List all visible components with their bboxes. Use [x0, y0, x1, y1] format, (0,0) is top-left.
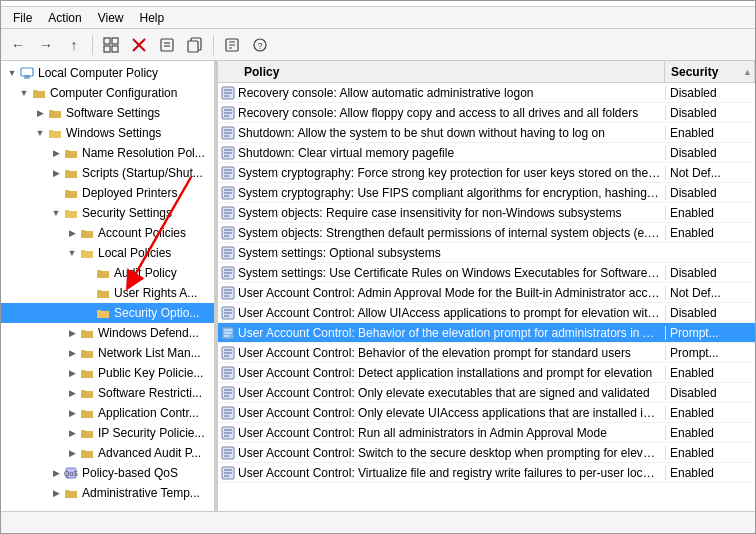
- public-key-expander[interactable]: ▶: [65, 366, 79, 380]
- security-options-expander[interactable]: [81, 306, 95, 320]
- tree-local-policies[interactable]: ▼ Local Policies: [1, 243, 214, 263]
- network-list-expander[interactable]: ▶: [65, 346, 79, 360]
- folder-security-icon: [63, 205, 79, 221]
- tree-windows-settings[interactable]: ▼ Windows Settings: [1, 123, 214, 143]
- show-hide-button[interactable]: [98, 33, 124, 57]
- tree-public-key[interactable]: ▶ Public Key Policie...: [1, 363, 214, 383]
- tree-admin-templates[interactable]: ▶ Administrative Temp...: [1, 483, 214, 503]
- list-row[interactable]: User Account Control: Only elevate UIAcc…: [218, 403, 755, 423]
- deployed-printers-label: Deployed Printers: [82, 184, 177, 202]
- scripts-expander[interactable]: ▶: [49, 166, 63, 180]
- user-rights-expander[interactable]: [81, 286, 95, 300]
- tree-software-restrict[interactable]: ▶ Software Restricti...: [1, 383, 214, 403]
- list-row[interactable]: User Account Control: Only elevate execu…: [218, 383, 755, 403]
- folder-local-icon: [79, 245, 95, 261]
- list-row[interactable]: System objects: Strengthen default permi…: [218, 223, 755, 243]
- policy-name: Recovery console: Allow automatic admini…: [238, 86, 665, 100]
- list-row[interactable]: System cryptography: Use FIPS compliant …: [218, 183, 755, 203]
- policy-name: User Account Control: Run all administra…: [238, 426, 665, 440]
- tree-windows-defender[interactable]: ▶ Windows Defend...: [1, 323, 214, 343]
- list-row[interactable]: User Account Control: Detect application…: [218, 363, 755, 383]
- tree-computer-config[interactable]: ▼ Computer Configuration: [1, 83, 214, 103]
- list-row[interactable]: User Account Control: Behavior of the el…: [218, 323, 755, 343]
- maximize-button[interactable]: □: [693, 0, 719, 2]
- defender-expander[interactable]: ▶: [65, 326, 79, 340]
- security-value: Prompt...: [665, 326, 755, 340]
- audit-policy-label: Audit Policy: [114, 264, 177, 282]
- name-resolution-expander[interactable]: ▶: [49, 146, 63, 160]
- tree-account-policies[interactable]: ▶ Account Policies: [1, 223, 214, 243]
- ip-security-label: IP Security Policie...: [98, 424, 205, 442]
- user-rights-label: User Rights A...: [114, 284, 197, 302]
- list-row[interactable]: User Account Control: Virtualize file an…: [218, 463, 755, 483]
- admin-templates-expander[interactable]: ▶: [49, 486, 63, 500]
- list-row[interactable]: System objects: Require case insensitivi…: [218, 203, 755, 223]
- software-restrict-expander[interactable]: ▶: [65, 386, 79, 400]
- up-button[interactable]: ↑: [61, 33, 87, 57]
- audit-expander[interactable]: [81, 266, 95, 280]
- minimize-button[interactable]: −: [665, 0, 691, 2]
- forward-button[interactable]: →: [33, 33, 59, 57]
- root-expander[interactable]: ▼: [5, 66, 19, 80]
- menu-help[interactable]: Help: [132, 9, 173, 27]
- list-row[interactable]: System settings: Use Certificate Rules o…: [218, 263, 755, 283]
- policy-qos-expander[interactable]: ▶: [49, 466, 63, 480]
- tree-advanced-audit[interactable]: ▶ Advanced Audit P...: [1, 443, 214, 463]
- close-button[interactable]: ✕: [721, 0, 747, 2]
- local-policies-expander[interactable]: ▼: [65, 246, 79, 260]
- tree-scripts[interactable]: ▶ Scripts (Startup/Shut...: [1, 163, 214, 183]
- policy-col-header[interactable]: Policy: [238, 61, 665, 82]
- menu-view[interactable]: View: [90, 9, 132, 27]
- list-row[interactable]: User Account Control: Switch to the secu…: [218, 443, 755, 463]
- copy-button[interactable]: [182, 33, 208, 57]
- policy-item-icon: [218, 146, 238, 160]
- tree-ip-security[interactable]: ▶ IP Security Policie...: [1, 423, 214, 443]
- list-row[interactable]: System settings: Optional subsystems: [218, 243, 755, 263]
- tree-security-settings[interactable]: ▼ Security Settings: [1, 203, 214, 223]
- policy-name: User Account Control: Behavior of the el…: [238, 346, 665, 360]
- computer-config-expander[interactable]: ▼: [17, 86, 31, 100]
- list-area: Recovery console: Allow automatic admini…: [218, 83, 755, 511]
- ip-security-expander[interactable]: ▶: [65, 426, 79, 440]
- list-row[interactable]: User Account Control: Admin Approval Mod…: [218, 283, 755, 303]
- tree-security-options[interactable]: Security Optio...: [1, 303, 214, 323]
- tree-root[interactable]: ▼ Local Computer Policy: [1, 63, 214, 83]
- advanced-audit-expander[interactable]: ▶: [65, 446, 79, 460]
- help-button[interactable]: ?: [247, 33, 273, 57]
- security-value: Disabled: [665, 306, 755, 320]
- list-row[interactable]: Shutdown: Allow the system to be shut do…: [218, 123, 755, 143]
- tree-user-rights[interactable]: User Rights A...: [1, 283, 214, 303]
- tree-software-settings[interactable]: ▶ Software Settings: [1, 103, 214, 123]
- delete-button[interactable]: [126, 33, 152, 57]
- list-row[interactable]: User Account Control: Run all administra…: [218, 423, 755, 443]
- security-value: Prompt...: [665, 346, 755, 360]
- list-row[interactable]: Recovery console: Allow floppy copy and …: [218, 103, 755, 123]
- security-settings-expander[interactable]: ▼: [49, 206, 63, 220]
- list-row[interactable]: Shutdown: Clear virtual memory pagefileD…: [218, 143, 755, 163]
- software-settings-expander[interactable]: ▶: [33, 106, 47, 120]
- security-value: Enabled: [665, 206, 755, 220]
- back-button[interactable]: ←: [5, 33, 31, 57]
- list-row[interactable]: System cryptography: Force strong key pr…: [218, 163, 755, 183]
- tree-audit-policy[interactable]: Audit Policy: [1, 263, 214, 283]
- security-col-header[interactable]: Security ▲: [665, 61, 755, 82]
- list-row[interactable]: User Account Control: Behavior of the el…: [218, 343, 755, 363]
- tree-app-control[interactable]: ▶ Application Contr...: [1, 403, 214, 423]
- tree-policy-qos[interactable]: ▶ QoS Policy-based QoS: [1, 463, 214, 483]
- printers-expander[interactable]: [49, 186, 63, 200]
- windows-settings-expander[interactable]: ▼: [33, 126, 47, 140]
- account-policies-expander[interactable]: ▶: [65, 226, 79, 240]
- tree-deployed-printers[interactable]: Deployed Printers: [1, 183, 214, 203]
- policy-item-icon: [218, 86, 238, 100]
- policy-name: User Account Control: Behavior of the el…: [238, 326, 665, 340]
- export-button[interactable]: [219, 33, 245, 57]
- tree-name-resolution[interactable]: ▶ Name Resolution Pol...: [1, 143, 214, 163]
- list-row[interactable]: Recovery console: Allow automatic admini…: [218, 83, 755, 103]
- windows-settings-label: Windows Settings: [66, 124, 161, 142]
- menu-file[interactable]: File: [5, 9, 40, 27]
- list-row[interactable]: User Account Control: Allow UIAccess app…: [218, 303, 755, 323]
- menu-action[interactable]: Action: [40, 9, 89, 27]
- properties-button[interactable]: [154, 33, 180, 57]
- app-control-expander[interactable]: ▶: [65, 406, 79, 420]
- tree-network-list[interactable]: ▶ Network List Man...: [1, 343, 214, 363]
